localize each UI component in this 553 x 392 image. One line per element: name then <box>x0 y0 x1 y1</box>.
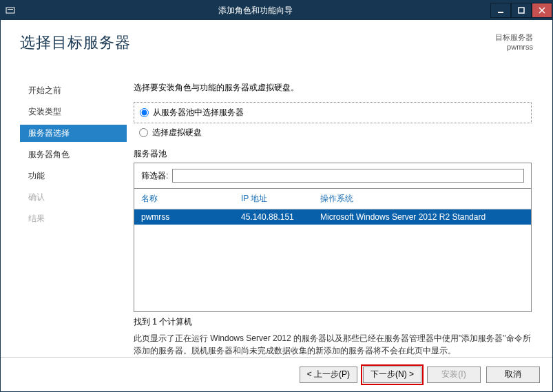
cell-os: Microsoft Windows Server 2012 R2 Standar… <box>320 212 524 222</box>
install-button: 安装(I) <box>427 367 481 383</box>
sidebar-item-confirmation: 确认 <box>20 189 127 206</box>
server-table: 名称 IP 地址 操作系统 pwmrss 45.140.88.151 Micro… <box>134 189 532 312</box>
page-header: 选择目标服务器 目标服务器 pwmrss <box>1 20 552 68</box>
body: 开始之前 安装类型 服务器选择 服务器角色 功能 确认 结果 选择要安装角色与功… <box>1 68 552 357</box>
found-count: 找到 1 个计算机 <box>134 316 532 328</box>
header-target-info: 目标服务器 pwmrss <box>495 32 533 61</box>
titlebar: 添加角色和功能向导 <box>1 1 552 20</box>
radio-group: 从服务器池中选择服务器 <box>134 102 532 123</box>
target-label: 目标服务器 <box>495 32 533 43</box>
next-button[interactable]: 下一步(N) > <box>363 367 421 383</box>
table-header: 名称 IP 地址 操作系统 <box>134 189 531 209</box>
wizard-window: 添加角色和功能向导 选择目标服务器 目标服务器 pwmrss 开始之前 安装类型… <box>0 0 553 392</box>
instruction-text: 选择要安装角色与功能的服务器或虚拟硬盘。 <box>134 82 532 94</box>
sidebar: 开始之前 安装类型 服务器选择 服务器角色 功能 确认 结果 <box>20 68 127 357</box>
note-text: 此页显示了正在运行 Windows Server 2012 的服务器以及那些已经… <box>134 332 532 357</box>
radio-from-pool-input[interactable] <box>140 108 149 117</box>
footer: < 上一步(P) 下一步(N) > 安装(I) 取消 <box>1 357 552 391</box>
prev-button[interactable]: < 上一步(P) <box>300 367 357 383</box>
main-panel: 选择要安装角色与功能的服务器或虚拟硬盘。 从服务器池中选择服务器 选择虚拟硬盘 … <box>127 68 539 357</box>
svg-rect-0 <box>6 8 14 13</box>
radio-group-2: 选择虚拟硬盘 <box>134 124 532 141</box>
target-value: pwmrss <box>495 43 533 51</box>
server-pool-label: 服务器池 <box>134 148 532 160</box>
minimize-button[interactable] <box>490 3 511 18</box>
radio-vhd-input[interactable] <box>139 128 148 137</box>
radio-from-pool[interactable]: 从服务器池中选择服务器 <box>140 107 525 118</box>
svg-rect-1 <box>8 9 13 10</box>
filter-input[interactable] <box>172 169 524 183</box>
sidebar-item-server-roles[interactable]: 服务器角色 <box>20 146 127 163</box>
radio-vhd[interactable]: 选择虚拟硬盘 <box>139 127 526 138</box>
sidebar-item-features[interactable]: 功能 <box>20 167 127 185</box>
filter-box: 筛选器: <box>134 163 532 189</box>
cancel-button[interactable]: 取消 <box>486 367 540 383</box>
maximize-button[interactable] <box>511 3 532 18</box>
cell-ip: 45.140.88.151 <box>241 212 320 222</box>
window-controls <box>490 3 552 18</box>
close-button[interactable] <box>532 3 552 18</box>
filter-label: 筛选器: <box>141 170 168 182</box>
radio-from-pool-label: 从服务器池中选择服务器 <box>153 107 244 118</box>
app-icon <box>1 1 20 20</box>
window-title: 添加角色和功能向导 <box>20 5 490 17</box>
sidebar-item-server-selection[interactable]: 服务器选择 <box>20 125 127 142</box>
col-header-name[interactable]: 名称 <box>141 193 241 205</box>
sidebar-item-results: 结果 <box>20 210 127 227</box>
radio-vhd-label: 选择虚拟硬盘 <box>152 127 202 138</box>
sidebar-item-install-type[interactable]: 安装类型 <box>20 103 127 121</box>
svg-rect-3 <box>519 8 524 13</box>
page-title: 选择目标服务器 <box>20 32 131 61</box>
table-row[interactable]: pwmrss 45.140.88.151 Microsoft Windows S… <box>134 209 531 225</box>
col-header-os[interactable]: 操作系统 <box>320 193 524 205</box>
col-header-ip[interactable]: IP 地址 <box>241 193 320 205</box>
cell-name: pwmrss <box>141 212 241 222</box>
sidebar-item-before-begin[interactable]: 开始之前 <box>20 82 127 99</box>
